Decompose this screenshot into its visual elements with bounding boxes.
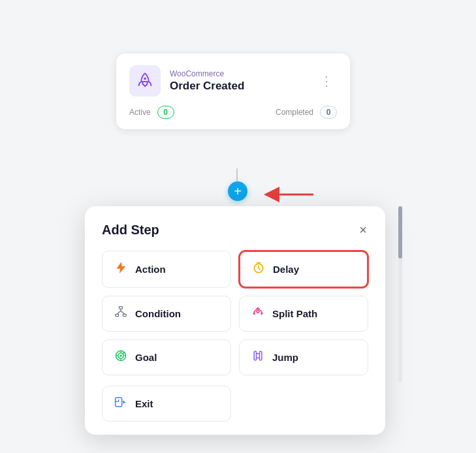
step-option-action[interactable]: Action <box>102 251 231 288</box>
active-label: Active <box>129 108 151 117</box>
step-option-splitpath[interactable]: Split Path <box>239 296 368 332</box>
node-platform: WooCommerce <box>170 69 307 78</box>
red-arrow-indicator <box>261 185 317 206</box>
add-step-modal: Add Step × Action Delay <box>85 206 385 435</box>
node-icon <box>129 65 161 97</box>
node-menu-button[interactable]: ⋮ <box>316 73 337 89</box>
completed-count-badge: 0 <box>320 106 337 119</box>
goal-icon <box>114 349 127 366</box>
active-count-badge: 0 <box>157 106 174 119</box>
delay-label: Delay <box>273 264 299 275</box>
jump-icon <box>251 349 264 366</box>
condition-label: Condition <box>135 308 181 319</box>
svg-point-11 <box>261 313 262 315</box>
delay-icon <box>252 261 265 277</box>
action-label: Action <box>135 264 166 275</box>
goal-label: Goal <box>135 352 157 363</box>
splitpath-label: Split Path <box>272 308 317 319</box>
svg-point-10 <box>253 313 255 315</box>
add-step-button[interactable]: + <box>228 181 247 201</box>
splitpath-icon <box>251 305 264 322</box>
step-option-jump[interactable]: Jump <box>239 339 368 375</box>
svg-point-14 <box>119 354 121 356</box>
step-option-exit[interactable]: Exit <box>102 386 231 422</box>
svg-point-0 <box>144 78 146 80</box>
svg-rect-15 <box>254 351 256 360</box>
scrollbar-thumb[interactable] <box>398 206 402 258</box>
exit-label: Exit <box>135 398 153 409</box>
svg-rect-16 <box>260 351 262 360</box>
svg-rect-17 <box>116 398 122 406</box>
svg-line-8 <box>117 311 121 314</box>
step-option-delay[interactable]: Delay <box>239 251 368 288</box>
step-option-condition[interactable]: Condition <box>102 296 231 332</box>
action-icon <box>114 261 127 277</box>
step-options-grid: Action Delay <box>102 251 368 422</box>
svg-rect-5 <box>116 314 119 316</box>
svg-rect-6 <box>123 314 126 316</box>
exit-icon <box>114 396 127 412</box>
condition-icon <box>114 305 127 322</box>
node-title: Order Created <box>170 80 307 93</box>
step-option-goal[interactable]: Goal <box>102 339 231 375</box>
modal-title: Add Step <box>102 223 159 238</box>
svg-rect-4 <box>119 307 123 309</box>
modal-scrollbar[interactable] <box>398 206 402 383</box>
rocket-icon <box>136 72 154 90</box>
modal-close-button[interactable]: × <box>358 222 368 238</box>
svg-line-9 <box>121 311 125 314</box>
jump-label: Jump <box>272 352 298 363</box>
completed-label: Completed <box>276 108 313 117</box>
workflow-node-card: WooCommerce Order Created ⋮ Active 0 Com… <box>116 54 350 129</box>
